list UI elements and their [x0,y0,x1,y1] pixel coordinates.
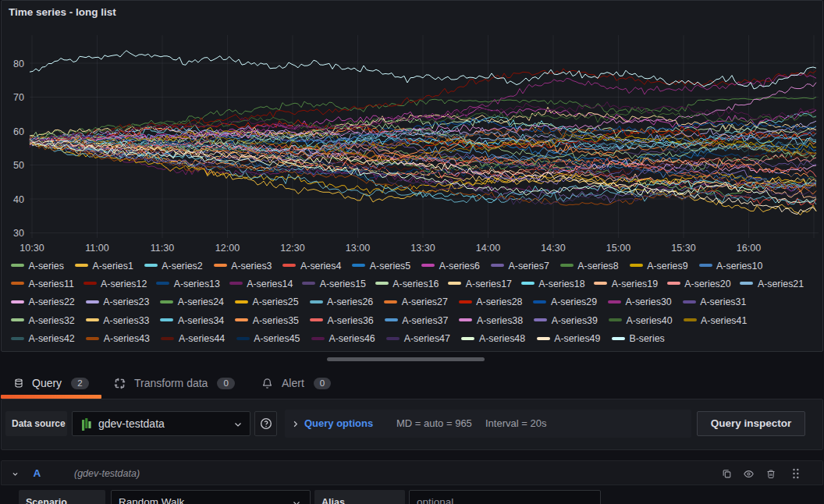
svg-text:12:00: 12:00 [215,243,240,254]
svg-text:10:30: 10:30 [20,243,44,254]
svg-text:50: 50 [13,160,24,171]
svg-text:80: 80 [13,59,24,69]
svg-text:16:00: 16:00 [737,243,761,254]
svg-text:11:30: 11:30 [151,243,174,254]
svg-text:15:30: 15:30 [671,243,695,254]
svg-text:14:30: 14:30 [541,243,565,254]
svg-text:12:30: 12:30 [280,243,304,254]
svg-text:13:00: 13:00 [346,243,370,254]
svg-text:30: 30 [13,228,24,239]
svg-text:40: 40 [13,194,24,205]
svg-text:11:00: 11:00 [85,243,108,254]
svg-text:60: 60 [13,126,24,137]
svg-text:15:00: 15:00 [606,243,630,254]
svg-text:70: 70 [13,92,24,103]
svg-text:14:00: 14:00 [476,243,500,254]
svg-text:13:30: 13:30 [410,243,435,254]
